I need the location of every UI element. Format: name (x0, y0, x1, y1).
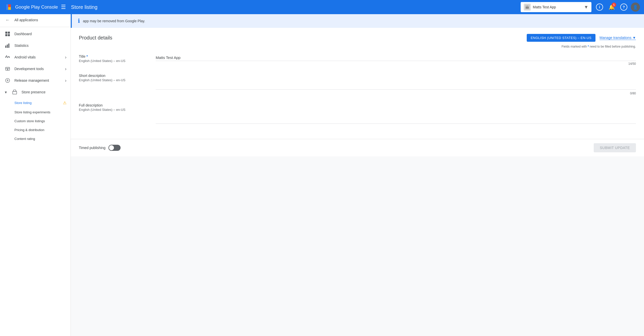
svg-rect-8 (526, 6, 528, 7)
notification-badge: 5 (612, 3, 616, 7)
back-label: All applications (14, 18, 66, 22)
required-star: * (588, 45, 589, 48)
full-desc-label-col: Full description English (United States)… (79, 103, 150, 125)
manage-translations-arrow: ▼ (632, 36, 636, 40)
title-input-col: 14/50 (156, 54, 636, 66)
app-logo: Google Play Console (4, 3, 58, 12)
help-icon: ? (620, 4, 627, 11)
language-button[interactable]: ENGLISH (UNITED STATES) – EN-US (527, 34, 595, 42)
sidebar-item-label-release: Release management (14, 78, 61, 82)
svg-point-17 (9, 57, 10, 58)
app-icon (524, 4, 531, 11)
manage-translations-label: Manage translations (600, 36, 631, 40)
short-description-field: Short description English (United States… (79, 74, 636, 95)
sidebar-sub-item-custom-listings[interactable]: Custom store listings (0, 117, 71, 125)
sidebar-item-label-android-vitals: Android vitals (14, 55, 61, 59)
warning-banner-text: app may be removed from Google Play. (83, 19, 145, 23)
info-icon: i (596, 4, 603, 11)
full-desc-label-text: Full description (79, 103, 103, 107)
warning-banner-icon: ℹ (78, 18, 80, 24)
bottom-bar: Timed publishing SUBMIT UPDATE (71, 139, 644, 156)
sidebar-item-dashboard[interactable]: Dashboard (0, 28, 71, 40)
dashboard-icon (5, 31, 10, 37)
help-button[interactable]: ? (619, 2, 629, 12)
pricing-label: Pricing & distribution (14, 128, 44, 132)
sidebar-item-label-dev-tools: Development tools (14, 67, 61, 71)
main-layout: ← All applications Dashboard Statistics … (0, 14, 644, 336)
release-chevron: › (65, 78, 66, 83)
sidebar-item-statistics[interactable]: Statistics (0, 40, 71, 51)
sidebar-item-development-tools[interactable]: Development tools › (0, 63, 71, 75)
required-note-end: need to be filled before publishing. (590, 45, 636, 48)
short-desc-label-text: Short description (79, 74, 105, 78)
title-label: Title * (79, 54, 150, 58)
warning-banner: ℹ app may be removed from Google Play. (71, 14, 644, 28)
store-listing-label: Store listing (14, 101, 61, 105)
app-icon-svg (525, 5, 530, 10)
short-desc-sublabel: English (United States) – en-US (79, 78, 150, 82)
header-menu-icon[interactable]: ☰ (61, 4, 66, 10)
google-play-logo-icon (4, 3, 13, 12)
notifications-button[interactable]: 🔔 5 (607, 2, 617, 12)
statistics-icon (5, 43, 10, 48)
sidebar-item-back[interactable]: ← All applications (0, 14, 71, 26)
sidebar-item-store-presence[interactable]: ▾ Store presence (0, 86, 71, 98)
sidebar-item-release-management[interactable]: Release management › (0, 75, 71, 86)
sidebar: ← All applications Dashboard Statistics … (0, 14, 71, 336)
app-selector-name: Matts Test App (533, 5, 582, 9)
product-details-title: Product details (79, 35, 112, 41)
short-desc-input-col: 0/80 (156, 74, 636, 95)
sidebar-item-label-store-presence: Store presence (21, 90, 66, 94)
user-avatar[interactable]: 👤 (631, 3, 640, 12)
required-note-text: Fields marked with (562, 45, 587, 48)
short-description-input[interactable] (156, 74, 636, 90)
release-icon (5, 78, 10, 83)
short-desc-label-col: Short description English (United States… (79, 74, 150, 95)
svg-rect-11 (5, 34, 7, 36)
sidebar-item-label-dashboard: Dashboard (14, 32, 66, 36)
warning-icon: ⚠ (63, 100, 66, 105)
full-desc-label: Full description (79, 103, 150, 107)
submit-update-button[interactable]: SUBMIT UPDATE (594, 143, 636, 152)
header-icons: i 🔔 5 ? 👤 (594, 2, 640, 12)
full-desc-input-col (156, 103, 636, 125)
header-page-title: Store listing (71, 4, 518, 10)
sidebar-item-android-vitals[interactable]: Android vitals › (0, 51, 71, 63)
title-field: Title * English (United States) – en-US … (79, 54, 636, 66)
info-button[interactable]: i (594, 2, 605, 12)
svg-rect-14 (7, 45, 8, 48)
dev-tools-icon (5, 66, 10, 72)
header-actions: ENGLISH (UNITED STATES) – EN-US Manage t… (527, 34, 636, 42)
sidebar-item-label-statistics: Statistics (14, 44, 66, 48)
title-label-col: Title * English (United States) – en-US (79, 54, 150, 66)
content-rating-label: Content rating (14, 137, 35, 141)
top-header: Google Play Console ☰ Store listing Matt… (0, 0, 644, 14)
content-area: ℹ app may be removed from Google Play. P… (71, 14, 644, 336)
timed-publishing-label: Timed publishing (79, 146, 105, 150)
product-details-header: Product details ENGLISH (UNITED STATES) … (79, 34, 636, 42)
timed-publishing-row: Timed publishing (79, 145, 121, 151)
app-selector[interactable]: Matts Test App ▼ (521, 2, 591, 12)
android-vitals-chevron: › (65, 55, 66, 60)
expand-chevron: ▾ (5, 90, 7, 95)
title-input[interactable] (156, 54, 636, 61)
sidebar-sub-item-store-listing[interactable]: Store listing ⚠ (0, 98, 71, 108)
required-fields-note: Fields marked with * need to be filled b… (79, 45, 636, 48)
sidebar-sub-item-content-rating[interactable]: Content rating (0, 134, 71, 143)
dev-tools-chevron: › (65, 66, 66, 72)
store-presence-icon (12, 89, 17, 95)
android-vitals-icon (5, 54, 10, 60)
timed-publishing-toggle[interactable] (108, 145, 121, 151)
svg-rect-5 (6, 4, 8, 10)
manage-translations-button[interactable]: Manage translations ▼ (600, 36, 636, 40)
svg-rect-10 (8, 32, 10, 34)
sidebar-sub-item-experiments[interactable]: Store listing experiments (0, 108, 71, 117)
svg-rect-9 (5, 32, 7, 34)
title-char-count: 14/50 (156, 62, 636, 66)
full-description-input[interactable] (156, 103, 636, 124)
title-label-text: Title (79, 54, 85, 58)
svg-rect-23 (13, 91, 17, 94)
sidebar-sub-item-pricing[interactable]: Pricing & distribution (0, 125, 71, 134)
header-logo-text: Google Play Console (15, 5, 58, 10)
app-selector-arrow: ▼ (584, 5, 588, 10)
